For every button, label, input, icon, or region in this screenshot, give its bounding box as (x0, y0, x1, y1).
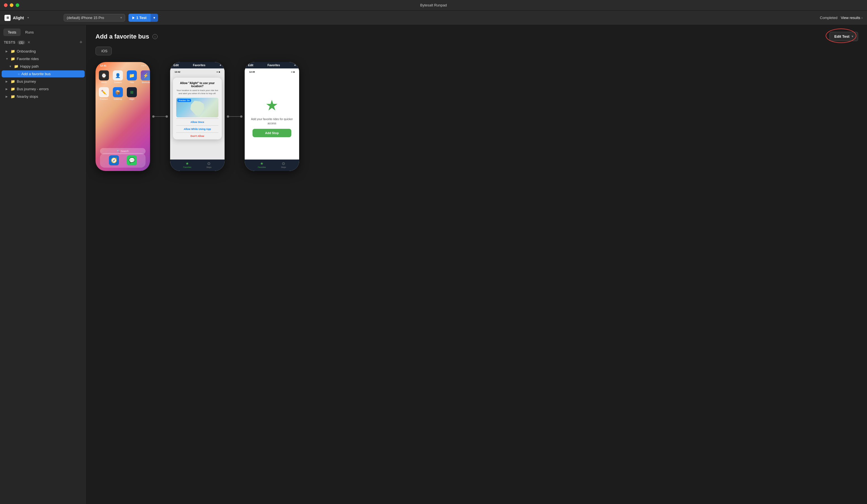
chevron-right-icon: ▶ (6, 87, 9, 90)
dont-allow-button[interactable]: Don't Allow (176, 132, 218, 139)
alight-icon: ⊞ (127, 87, 137, 97)
phone3-signals: ▪▪ ■ (291, 71, 295, 73)
chevron-right-icon: ▶ (6, 95, 9, 98)
phone3-title: Favorites (268, 64, 280, 67)
sidebar-item-add-favorite-bus[interactable]: ▶ ≡ Add a favorite bus (2, 71, 85, 77)
status-label: Completed (820, 15, 837, 20)
folder-icon: 📁 (11, 49, 15, 53)
tab-stops[interactable]: ⊙ Stops (281, 161, 286, 168)
phone2-tab-bar: ★ Favorites ⊙ Stops (170, 160, 225, 171)
play-icon (132, 17, 135, 19)
content-area: Add a favorite bus i Edit Test ▾ iOS 12:… (87, 25, 867, 504)
location-dialog: Allow "Alight" to use your location? You… (173, 78, 222, 139)
connector-dot (240, 115, 243, 118)
tab-runs[interactable]: Runs (21, 29, 38, 36)
sidebar-item-label: Bus journey (17, 79, 36, 84)
sidebar-item-label: Bus journey - errors (17, 87, 49, 91)
chevron-down-icon: ▼ (6, 57, 9, 60)
phone1-status-bar: 12:41 ▪ ▪ ▪ (96, 62, 150, 68)
files-icon: 📁 (127, 71, 137, 81)
run-dropdown-button[interactable]: ▾ (151, 14, 158, 22)
phone3-edit: Edit (248, 64, 253, 67)
stops-icon: ⊙ (207, 161, 211, 166)
close-button[interactable] (4, 3, 8, 7)
folder-icon: 📁 (11, 79, 15, 84)
main-layout: Tests Runs TESTS (1) ✕ + ▶ 📁 Onboarding … (0, 25, 867, 504)
edit-test-label: Edit Test (834, 34, 849, 39)
app-logo-icon: ⊞ (4, 15, 11, 21)
sidebar-item-label: Add a favorite bus (21, 72, 51, 76)
connector-1-2 (150, 115, 170, 118)
chevron-right-icon: ▶ (6, 80, 9, 83)
edit-test-button[interactable]: Edit Test ▾ (829, 32, 858, 41)
sidebar-item-bus-journey-errors[interactable]: ▶ 📁 Bus journey - errors (2, 85, 85, 93)
sidebar-item-happy-path[interactable]: ▼ 📁 Happy path (2, 63, 85, 70)
app-icon-alight: ⊞ Alight (127, 87, 137, 100)
app-logo-area: ⊞ Alight ▾ (4, 15, 60, 21)
window-title: Bytesalt Runpad (420, 3, 447, 7)
tab-tests[interactable]: Tests (3, 29, 21, 36)
tab-favorites-label: Favorites (258, 166, 266, 168)
phone-mockup-3: Edit Favorites + 12:45 ▪▪ ■ ★ Add your f… (245, 62, 299, 171)
precise-badge: Precise: On (178, 99, 191, 102)
stops-icon: ⊙ (282, 161, 285, 166)
tests-label: TESTS (4, 41, 15, 44)
phone2-time: 12:42 (174, 71, 180, 73)
connector-dot (152, 115, 154, 118)
phones-row: 12:41 ▪ ▪ ▪ ⌚ Watch 👤 Contacts 📁 Files (96, 62, 858, 171)
files-label: Files (130, 81, 134, 83)
minimize-button[interactable] (10, 3, 13, 7)
test-icon: ≡ (18, 72, 20, 76)
phone-mockup-1: 12:41 ▪ ▪ ▪ ⌚ Watch 👤 Contacts 📁 Files (96, 62, 150, 171)
contacts-label: Contacts (114, 81, 122, 83)
app-icon-contacts: 👤 Contacts (113, 71, 123, 83)
tests-add-button[interactable]: + (79, 40, 82, 45)
top-bar: ⊞ Alight ▾ (default) iPhone 15 Pro ▾ 1 T… (0, 11, 867, 25)
tab-favorites-label: Favorites (183, 166, 191, 168)
maximize-button[interactable] (15, 3, 19, 7)
allow-while-button[interactable]: Allow While Using App (176, 126, 218, 132)
tab-favorites[interactable]: ★ Favorites (183, 161, 191, 168)
freeform-label: Freeform (100, 98, 108, 100)
sidebar-item-label: Onboarding (17, 49, 36, 53)
app-chevron-icon[interactable]: ▾ (28, 16, 29, 20)
connector-dot (227, 115, 229, 118)
tests-close-button[interactable]: ✕ (28, 40, 30, 44)
edit-test-chevron-icon: ▾ (852, 35, 853, 38)
view-results-button[interactable]: View results › (841, 15, 863, 20)
shortcuts-label: Shortcuts (142, 81, 150, 83)
sidebar-item-label: Nearby stops (17, 94, 38, 99)
edit-test-wrapper: Edit Test ▾ (829, 32, 858, 41)
tab-stops-label: Stops (281, 166, 286, 168)
phone3-header: Edit Favorites + (245, 62, 299, 68)
messages-icon: 💬 (127, 156, 137, 165)
allow-once-button[interactable]: Allow Once (176, 118, 218, 126)
folder-icon: 📁 (11, 87, 15, 91)
test-title-row: Add a favorite bus i Edit Test ▾ (96, 32, 858, 41)
info-icon[interactable]: i (152, 34, 158, 39)
watch-label: Watch (101, 81, 107, 83)
add-stop-button[interactable]: Add Stop (253, 129, 292, 137)
alight-label: Alight (129, 98, 135, 100)
sidebar-item-onboarding[interactable]: ▶ 📁 Onboarding (2, 48, 85, 55)
app-icon-files: 📁 Files (127, 71, 137, 83)
ios-label: iOS (101, 49, 108, 53)
app-icon-shortcuts: ⚡ Shortcuts (141, 71, 150, 83)
tab-favorites[interactable]: ★ Favorites (258, 161, 266, 168)
device-selector[interactable]: (default) iPhone 15 Pro ▾ (64, 14, 125, 22)
phone3-main-content: ★ Add your favorite rides for quicker ac… (245, 74, 299, 160)
add-favorite-text: Add your favorite rides for quicker acce… (250, 117, 293, 126)
ios-badge[interactable]: iOS (96, 47, 112, 55)
view-results-label: View results (841, 15, 860, 20)
phone2-add: + (220, 64, 221, 67)
tests-count: (1) (18, 41, 25, 44)
tab-stops[interactable]: ⊙ Stops (206, 161, 212, 168)
freeform-icon: ✏️ (99, 87, 109, 97)
sidebar-item-bus-journey[interactable]: ▶ 📁 Bus journey (2, 78, 85, 85)
run-button[interactable]: 1 Test (128, 14, 151, 22)
dialog-title: Allow "Alight" to use your location? (176, 82, 218, 88)
sidebar-item-nearby-stops[interactable]: ▶ 📁 Nearby stops (2, 93, 85, 100)
phone1-dock: 🧭 💬 (100, 153, 146, 168)
sidebar-tabs: Tests Runs (0, 25, 86, 36)
sidebar-item-favorite-rides[interactable]: ▼ 📁 Favorite rides (2, 55, 85, 62)
